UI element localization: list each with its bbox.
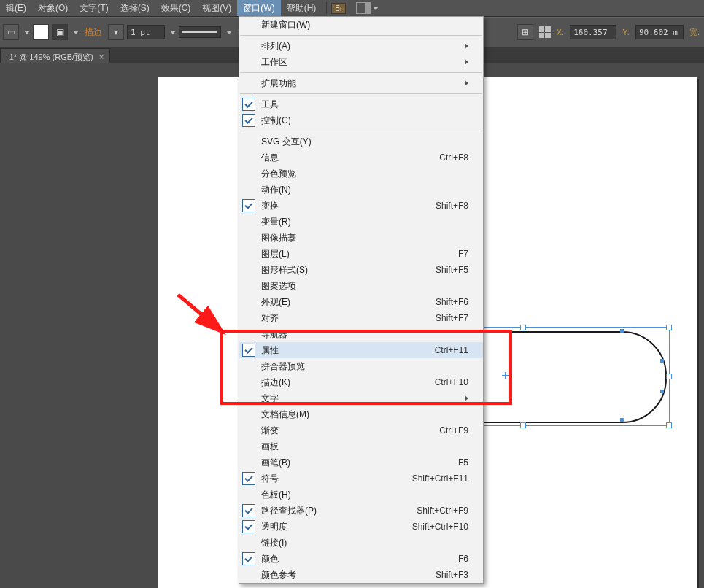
menu-divider [240,72,482,73]
menu-item-label: 画板 [261,441,279,453]
resize-handle-br[interactable] [666,422,672,428]
menu-item[interactable]: 导航器 [239,326,483,342]
anchor-point[interactable] [660,359,664,363]
anchor-point[interactable] [620,329,624,333]
menu-item[interactable]: 色板(H) [239,487,483,503]
chevron-right-icon [465,59,468,65]
menu-item[interactable]: 链接(I) [239,535,483,551]
menu-item[interactable]: 图像描摹 [239,230,483,246]
menu-item-label: 扩展功能 [261,77,296,90]
menu-item-shortcut: F7 [458,249,468,259]
menu-item-label: 图层(L) [261,248,290,260]
y-field[interactable]: 90.602 m [635,25,684,39]
menu-item[interactable]: 图形样式(S)Shift+F5 [239,262,483,278]
chevron-right-icon [465,43,468,49]
x-label: X: [557,28,564,36]
menu-item-label: 颜色参考 [261,569,296,581]
stroke-swatch[interactable]: ▣ [52,24,68,40]
menu-item[interactable]: 描边(K)Ctrl+F10 [239,374,483,390]
fill-swatch[interactable] [33,24,49,40]
menu-type[interactable]: 文字(T) [74,0,114,16]
bridge-button[interactable]: Br [331,3,346,14]
menu-item-label: 文档信息(M) [261,409,309,421]
menu-item[interactable]: 对齐Shift+F7 [239,310,483,326]
menu-item-label: 颜色 [261,553,279,565]
stroke-decrement[interactable]: ▾ [108,24,124,40]
menu-item[interactable]: 变换Shift+F8 [239,198,483,214]
menu-item[interactable]: 画笔(B)F5 [239,454,483,471]
menu-item[interactable]: 属性Ctrl+F11 [239,342,483,358]
menu-item-label: 透明度 [261,521,287,533]
menu-item[interactable]: 文档信息(M) [239,406,483,422]
stroke-style-preview[interactable] [179,26,221,38]
resize-handle-tr[interactable] [666,325,672,330]
check-icon [242,114,255,127]
menu-item[interactable]: 工具 [239,96,483,112]
menu-item[interactable]: 符号Shift+Ctrl+F11 [239,471,483,487]
chevron-down-icon[interactable] [73,31,79,34]
menu-item-label: 新建窗口(W) [261,19,310,31]
menu-item[interactable]: 图案选项 [239,278,483,294]
menu-item-label: 图像描摹 [261,232,296,244]
menu-item[interactable]: 分色预览 [239,166,483,182]
main-menubar: 辑(E) 对象(O) 文字(T) 选择(S) 效果(C) 视图(V) 窗口(W)… [0,0,704,17]
menu-item[interactable]: 渐变Ctrl+F9 [239,422,483,438]
menu-item[interactable]: 扩展功能 [239,75,483,91]
menu-item-label: 分色预览 [261,168,296,180]
menu-object[interactable]: 对象(O) [32,0,74,16]
menu-item-shortcut: Shift+F8 [436,201,468,211]
menu-effect[interactable]: 效果(C) [155,0,197,16]
menu-item[interactable]: 拼合器预览 [239,358,483,374]
selection-tool-icon[interactable]: ▭ [3,24,19,40]
resize-handle-tm[interactable] [520,325,526,330]
window-menu-dropdown: 新建窗口(W)排列(A)工作区扩展功能工具控制(C)SVG 交互(Y)信息Ctr… [239,16,484,584]
menu-window[interactable]: 窗口(W) [237,0,280,16]
chevron-down-icon[interactable] [170,31,176,34]
menu-item-label: 工具 [261,98,279,111]
menu-item-label: 排列(A) [261,40,290,53]
menu-item-shortcut: Ctrl+F8 [439,152,468,163]
menu-item[interactable]: 画板 [239,438,483,454]
chevron-down-icon[interactable] [226,31,232,34]
align-grid-icon[interactable] [539,26,551,38]
transform-icon[interactable]: ⊞ [517,24,533,40]
menu-item[interactable]: 颜色参考Shift+F3 [239,567,483,583]
menu-item[interactable]: 文字 [239,390,483,406]
check-icon [242,552,255,565]
anchor-point[interactable] [660,390,664,393]
menu-item-shortcut: Ctrl+F9 [439,425,468,436]
menu-item-label: 链接(I) [261,537,287,549]
menu-item[interactable]: 路径查找器(P)Shift+Ctrl+F9 [239,503,483,519]
menu-item-label: 渐变 [261,425,279,437]
menu-item[interactable]: 动作(N) [239,182,483,198]
menu-item[interactable]: 排列(A) [239,38,483,54]
menu-item[interactable]: 新建窗口(W) [239,17,483,33]
menu-item[interactable]: SVG 交互(Y) [239,134,483,150]
menu-item-label: 色板(H) [261,489,291,501]
menu-item[interactable]: 变量(R) [239,214,483,230]
menu-item[interactable]: 颜色F6 [239,551,483,567]
menu-item[interactable]: 图层(L)F7 [239,246,483,262]
menu-view[interactable]: 视图(V) [196,0,237,16]
menu-item-shortcut: Ctrl+F10 [435,377,468,387]
arrange-documents-button[interactable] [356,2,371,14]
menu-item-label: 拼合器预览 [261,360,305,373]
menu-edit[interactable]: 辑(E) [0,0,32,16]
menu-item[interactable]: 工作区 [239,54,483,70]
anchor-point[interactable] [620,418,624,422]
menu-select[interactable]: 选择(S) [115,0,155,16]
menu-item[interactable]: 外观(E)Shift+F6 [239,294,483,310]
menu-help[interactable]: 帮助(H) [281,0,322,16]
chevron-down-icon[interactable] [24,31,30,34]
menu-item[interactable]: 透明度Shift+Ctrl+F10 [239,519,483,535]
chevron-down-icon [373,7,379,10]
menu-item-label: 描边(K) [261,376,290,389]
menu-item[interactable]: 信息Ctrl+F8 [239,150,483,166]
stroke-weight-field[interactable]: 1 pt [127,25,165,39]
menu-item-label: 动作(N) [261,184,291,196]
menu-item[interactable]: 控制(C) [239,112,483,128]
resize-handle-mr[interactable] [666,374,672,379]
resize-handle-bm[interactable] [520,422,526,428]
x-field[interactable]: 160.357 [570,25,616,39]
menu-item-label: 变换 [261,200,279,212]
